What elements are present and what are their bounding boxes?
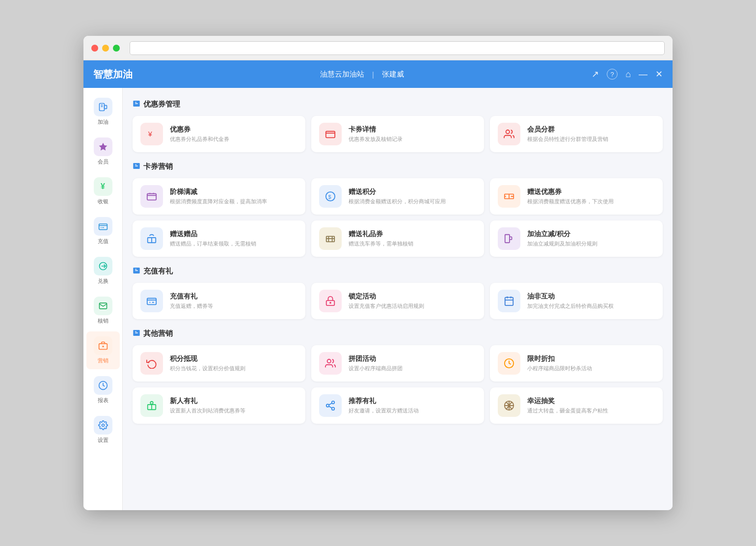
coupon-name: 优惠券 [170,125,297,134]
fuel-points-icon [498,227,520,250]
new-user-gift-desc: 设置新人首次到站消费优惠券等 [170,407,297,414]
points-cashback-icon [140,352,163,375]
section-coupon-management: 优惠券管理¥优惠券优惠券分礼品券和代金券卡券详情优惠券发放及核销记录会员分群根据… [133,100,663,152]
svg-point-34 [150,402,153,405]
browser-window: 智慧加油 油慧云加油站 | 张建威 ↗ ? ⌂ — ✕ 加油会员¥收银充值兑换核… [83,36,673,510]
lock-activity-desc: 设置充值客户优惠活动启用规则 [349,302,476,310]
card-member-group[interactable]: 会员分群根据会员特性进行分群管理及营销 [490,116,663,152]
section-title-card-marketing: 卡券营销 [133,162,663,171]
svg-point-36 [326,404,329,407]
recharge-icon [94,217,112,236]
gift-points-desc: 根据消费金额赠送积分，积分商城可应用 [349,198,476,205]
close-button[interactable] [91,45,98,52]
title-bar [83,36,673,60]
card-group-buy[interactable]: 拼团活动设置小程序端商品拼团 [311,345,484,382]
card-points-cashback[interactable]: 积分抵现积分当钱花，设置积分价值规则 [133,345,305,382]
oil-interaction-desc: 加完油支付完成之后特价商品购买权 [527,302,655,310]
card-lucky-draw[interactable]: 幸运抽奖通过大转盘，砸金蛋提高客户粘性 [490,387,663,424]
card-referral[interactable]: 推荐有礼好友邀请，设置双方赠送活动 [311,387,484,424]
svg-rect-12 [326,132,335,138]
help-icon[interactable]: ? [607,69,618,80]
card-gift-coupon[interactable]: 赠送优惠券根据消费额度赠送优惠券，下次使用 [490,178,663,215]
section-icon-other-marketing [133,329,140,338]
coupon-desc: 优惠券分礼品券和代金券 [170,136,297,143]
svg-point-31 [327,359,331,363]
group-buy-info: 拼团活动设置小程序端商品拼团 [349,355,476,372]
recharge-present-desc: 充值返赠，赠券等 [170,302,297,310]
sidebar-item-report[interactable]: 报表 [86,371,120,409]
member-icon [94,137,112,156]
section-icon-coupon-management [133,100,140,109]
sidebar-label-settings: 设置 [98,437,108,444]
sidebar-label-exchange: 兑换 [98,277,108,285]
card-oil-interaction[interactable]: 油非互动加完油支付完成之后特价商品购买权 [490,283,663,319]
limited-discount-icon [498,352,520,375]
section-title-text-other-marketing: 其他营销 [143,329,173,338]
card-card-detail[interactable]: 卡券详情优惠券发放及核销记录 [311,116,484,152]
sidebar-item-fueling[interactable]: 加油 [86,93,120,131]
card-detail-icon [319,123,342,145]
svg-rect-26 [147,299,156,305]
writeoff-icon [94,297,112,315]
address-bar[interactable] [130,41,665,55]
card-fuel-points[interactable]: 加油立减/积分加油立减规则及加油积分规则 [490,220,663,257]
card-gift-points[interactable]: $赠送积分根据消费金额赠送积分，积分商城可应用 [311,178,484,215]
section-icon-card-marketing [133,162,140,171]
card-gift-voucher[interactable]: 赠送礼品券赠送洗车券等，需单独核销 [311,220,484,257]
close-icon[interactable]: ✕ [655,69,663,80]
svg-text:¥: ¥ [148,130,153,138]
coupon-icon: ¥ [140,123,163,145]
minimize-icon[interactable]: — [639,69,648,80]
svg-point-13 [506,130,510,134]
card-gift-item[interactable]: 赠送赠品赠送赠品，订单结束领取，无需核销 [133,220,305,257]
card-new-user-gift[interactable]: 新人有礼设置新人首次到站消费优惠券等 [133,387,305,424]
settings-icon [94,416,112,435]
sidebar-label-marketing: 营销 [98,357,108,364]
gift-points-name: 赠送积分 [349,188,476,196]
gift-coupon-desc: 根据消费额度赠送优惠券，下次使用 [527,198,655,205]
svg-rect-1 [104,106,107,109]
card-recharge-present[interactable]: 充值有礼充值返赠，赠券等 [133,283,305,319]
sidebar-item-marketing[interactable]: 营销 [86,331,120,369]
new-user-gift-name: 新人有礼 [170,397,297,406]
new-user-gift-info: 新人有礼设置新人首次到站消费优惠券等 [170,397,297,414]
gift-voucher-name: 赠送礼品券 [349,230,476,239]
section-title-text-card-marketing: 卡券营销 [143,162,173,171]
group-buy-desc: 设置小程序端商品拼团 [349,365,476,372]
sidebar-item-cashier[interactable]: ¥收银 [86,172,120,210]
oil-interaction-icon [498,290,520,312]
tiered-discount-name: 阶梯满减 [170,188,297,196]
card-limited-discount[interactable]: 限时折扣小程序端商品限时秒杀活动 [490,345,663,382]
sidebar-item-recharge[interactable]: 充值 [86,212,120,250]
sidebar-item-exchange[interactable]: 兑换 [86,252,120,290]
gift-coupon-info: 赠送优惠券根据消费额度赠送优惠券，下次使用 [527,188,655,205]
section-other-marketing: 其他营销积分抵现积分当钱花，设置积分价值规则拼团活动设置小程序端商品拼团限时折扣… [133,329,663,424]
lucky-draw-name: 幸运抽奖 [527,397,655,406]
header-center: 油慧云加油站 | 张建威 [320,70,404,79]
sidebar-item-writeoff[interactable]: 核销 [86,292,120,329]
maximize-button[interactable] [113,45,120,52]
home-icon[interactable]: ⌂ [625,69,631,80]
section-title-coupon-management: 优惠券管理 [133,100,663,109]
member-group-icon [498,123,520,145]
sidebar-label-writeoff: 核销 [98,317,108,325]
tiered-discount-info: 阶梯满减根据消费频度直降对应金额，提高加消率 [170,188,297,205]
sidebar-item-member[interactable]: 会员 [86,133,120,170]
svg-line-39 [329,403,332,405]
sidebar-item-settings[interactable]: 设置 [86,411,120,449]
app-logo: 智慧加油 [93,68,133,81]
recharge-present-name: 充值有礼 [170,292,297,301]
station-name: 油慧云加油站 [320,70,364,79]
header-actions: ↗ ? ⌂ — ✕ [592,69,663,80]
points-cashback-name: 积分抵现 [170,355,297,363]
card-lock-activity[interactable]: 锁定活动设置充值客户优惠活动启用规则 [311,283,484,319]
minimize-button[interactable] [102,45,109,52]
report-icon [94,376,112,395]
card-tiered-discount[interactable]: 阶梯满减根据消费频度直降对应金额，提高加消率 [133,178,305,215]
section-title-recharge-gift: 充值有礼 [133,267,663,276]
svg-text:$: $ [328,194,331,200]
share-icon[interactable]: ↗ [592,69,599,80]
card-coupon[interactable]: ¥优惠券优惠券分礼品券和代金券 [133,116,305,152]
svg-point-9 [102,424,104,427]
gift-item-desc: 赠送赠品，订单结束领取，无需核销 [170,240,297,247]
